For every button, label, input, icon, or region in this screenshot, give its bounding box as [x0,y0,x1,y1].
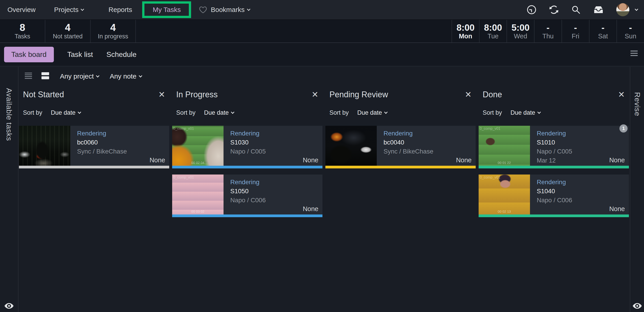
entity-name: bc0060 [77,139,98,146]
project-breadcrumb: Napo / C006 [537,197,572,204]
day-fri-label: Fri [572,33,579,40]
day-sat: - Sat [589,20,616,42]
tab-task-list[interactable]: Task list [67,47,93,62]
project-breadcrumb: Napo / C005 [537,148,572,155]
stat-not-started-label: Not started [53,33,82,40]
task-type-link[interactable]: Rendering [230,130,259,137]
layout-rows-icon[interactable] [42,72,49,80]
week-hours: 8:00 Mon 8:00 Tue 5:00 Wed - Thu - Fri -… [452,20,644,42]
user-avatar[interactable] [616,3,629,16]
task-card[interactable]: Rendering bc0060 Sync / BikeChase None [19,126,169,169]
due-date: Mar 12 [537,157,556,164]
tab-schedule[interactable]: Schedule [106,47,136,62]
sort-by-label: Sort by [330,109,349,116]
column-title: Not Started [23,90,64,99]
day-thu-label: Thu [542,33,554,40]
chevron-down-icon [81,7,84,11]
sort-value: Due date [358,109,382,116]
project-filter-value: Any project [60,72,94,80]
task-thumbnail[interactable]: 0_comp_v01 00 01 22 [478,126,530,166]
task-type-link[interactable]: Rendering [537,179,566,186]
status-progress-bar [172,166,322,169]
nav-projects[interactable]: Projects [54,6,84,14]
sort-dropdown[interactable]: Due date [358,109,387,116]
column-done: Done ✕ Sort by Due date 1 0_co [478,86,629,312]
available-tasks-rail: Available tasks [0,67,18,312]
sync-icon[interactable] [549,5,558,15]
column-in-progress: In Progress ✕ Sort by Due date 0_comp_v0… [172,86,322,312]
chevron-down-icon [247,7,250,11]
tab-task-board[interactable]: Task board [4,47,54,62]
day-thu-hours: - [546,23,549,33]
note-filter-value: Any note [110,72,136,80]
close-icon[interactable]: ✕ [312,91,318,99]
estimation-value: None [456,157,472,164]
board-menu-icon[interactable] [630,51,638,57]
eye-icon[interactable] [633,303,642,309]
day-wed: 5:00 Wed [506,20,534,42]
sort-dropdown[interactable]: Due date [510,109,540,116]
stat-tasks-label: Tasks [15,33,30,40]
stat-tasks-value: 8 [20,22,25,33]
nav-overview-label: Overview [8,6,36,14]
chevron-down-icon [96,74,100,77]
sort-dropdown[interactable]: Due date [51,109,81,116]
view-tab-bar: Task board Task list Schedule [0,43,644,66]
note-filter-dropdown[interactable]: Any note [110,72,142,80]
task-thumbnail[interactable]: 0_comp_v01 00 02 04 [172,126,224,166]
revise-panel-toggle[interactable]: Revise [633,92,642,116]
close-icon[interactable]: ✕ [618,91,625,99]
task-thumbnail[interactable] [19,126,70,166]
mytasks-highlight-annotation: My Tasks [142,1,191,18]
available-tasks-panel-toggle[interactable]: Available tasks [5,88,13,141]
task-card[interactable]: 0_comp_v01 00 02 13 Rendering S1040 Napo… [478,175,629,217]
task-board: Any project Any note Not Started ✕ Sort … [18,67,630,312]
nav-overview[interactable]: Overview [8,6,36,14]
task-type-link[interactable]: Rendering [230,179,259,186]
nav-my-tasks[interactable]: My Tasks [153,6,181,14]
day-fri-hours: - [574,23,577,33]
close-icon[interactable]: ✕ [465,91,472,99]
project-filter-dropdown[interactable]: Any project [60,72,99,80]
nav-reports[interactable]: Reports [108,6,132,14]
day-mon-hours: 8:00 [456,23,474,33]
inbox-icon[interactable] [593,6,604,14]
close-icon[interactable]: ✕ [158,91,165,99]
task-type-link[interactable]: Rendering [77,130,106,137]
sort-value: Due date [510,109,536,116]
chevron-down-icon[interactable] [635,7,638,11]
sort-dropdown[interactable]: Due date [204,109,234,116]
task-thumbnail[interactable]: 0_comp_v01 00 03 02 [172,175,224,215]
stat-not-started: 4 Not started [45,20,90,42]
project-breadcrumb: Sync / BikeChase [77,148,127,155]
estimation-value: None [150,157,165,164]
day-fri: - Fri [562,20,589,42]
task-card[interactable]: 1 0_comp_v01 00 01 22 Rendering S1010 Na… [478,126,629,169]
status-progress-bar [326,166,476,169]
column-not-started: Not Started ✕ Sort by Due date [19,86,169,312]
task-type-link[interactable]: Rendering [384,130,412,137]
nav-bookmarks[interactable]: Bookmarks [211,6,250,14]
search-icon[interactable] [571,5,581,15]
nav-actions [526,3,638,16]
eye-icon[interactable] [4,303,14,309]
task-card[interactable]: Rendering bc0040 Sync / BikeChase None [326,126,476,169]
day-sun-label: Sun [624,33,636,40]
task-type-link[interactable]: Rendering [537,130,566,137]
avatar [616,3,629,16]
nav-projects-label: Projects [54,6,78,14]
estimation-value: None [303,157,318,164]
revise-rail: Revise [630,67,644,312]
task-card[interactable]: 0_comp_v01 00 02 04 Rendering S1030 Napo… [172,126,322,169]
filter-menu-icon[interactable] [25,73,32,80]
nav-my-tasks-label: My Tasks [153,6,181,14]
task-thumbnail[interactable] [326,126,377,166]
sort-value: Due date [204,109,229,116]
task-thumbnail[interactable]: 0_comp_v01 00 02 13 [478,175,530,215]
estimation-value: None [609,157,625,164]
task-card[interactable]: 0_comp_v01 00 03 02 Rendering S1050 Napo… [172,175,322,217]
clock-icon[interactable] [526,5,536,15]
project-breadcrumb: Napo / C005 [230,148,266,155]
entity-name: S1050 [230,188,248,195]
day-tue: 8:00 Tue [479,20,506,42]
